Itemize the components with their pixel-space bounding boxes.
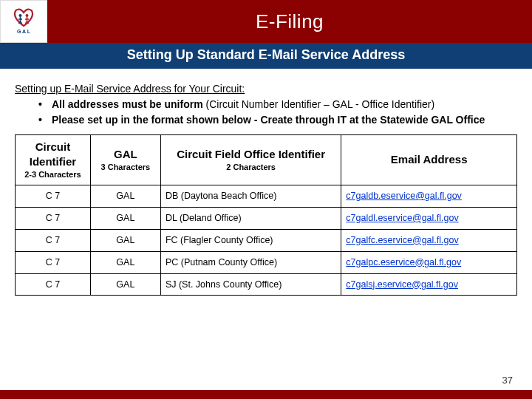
table-row: C 7 GAL PC (Putnam County Office) c7galp… [16,251,517,273]
svg-point-0 [19,14,22,17]
col-header-circuit: Circuit Identifier 2-3 Characters [16,134,91,185]
cell-gal: GAL [90,273,160,296]
email-link[interactable]: c7galsj.eservice@gal.fl.gov [346,279,458,290]
col-header-main: GAL [94,147,157,162]
heart-people-icon: G A L [7,5,40,38]
cell-circuit: C 7 [16,185,91,208]
header-band: G A L E-Filing [0,0,532,43]
content-area: Setting up E-Mail Service Address for Yo… [0,69,532,300]
table-row: C 7 GAL SJ (St. Johns County Office) c7g… [16,273,517,296]
svg-point-1 [26,14,29,17]
table-row: C 7 GAL DL (Deland Office) c7galdl.eserv… [16,207,517,229]
lead-text: Setting up E-Mail Service Address for Yo… [15,83,245,95]
col-header-main: Email Address [344,152,514,167]
cell-office: DL (Deland Office) [160,207,341,229]
col-header-office: Circuit Field Office Identifier 2 Charac… [160,134,341,185]
col-header-sub: 3 Characters [94,162,157,173]
svg-text:G A L: G A L [17,29,31,34]
page-title: E-Filing [47,0,532,43]
bullet-list: All addresses must be uniform (Circuit N… [38,98,517,127]
cell-email: c7galfc.eservice@gal.fl.gov [341,229,517,251]
cell-email: c7galsj.eservice@gal.fl.gov [341,273,517,296]
cell-email: c7galdl.eservice@gal.fl.gov [341,207,517,229]
cell-circuit: C 7 [16,229,91,251]
cell-office: SJ (St. Johns County Office) [160,273,341,296]
col-header-main: Circuit Field Office Identifier [164,147,338,162]
email-link[interactable]: c7galdl.eservice@gal.fl.gov [346,213,458,223]
gal-logo: G A L [0,0,47,43]
col-header-main: Circuit Identifier [18,140,87,170]
page-subtitle: Setting Up Standard E-Mail Service Addre… [0,43,532,69]
col-header-sub: 2 Characters [164,162,338,173]
email-format-table: Circuit Identifier 2-3 Characters GAL 3 … [15,134,517,296]
cell-email: c7galpc.eservice@gal.fl.gov [341,251,517,273]
email-link[interactable]: c7galfc.eservice@gal.fl.gov [346,235,458,245]
bullet-1-bold: All addresses must be uniform [52,98,206,110]
cell-email: c7galdb.eservice@gal.fl.gov [341,185,517,208]
table-row: C 7 GAL FC (Flagler County Office) c7gal… [16,229,517,251]
cell-circuit: C 7 [16,207,91,229]
bottom-accent-bar [0,390,532,399]
email-link[interactable]: c7galdb.eservice@gal.fl.gov [346,191,462,201]
page-number: 37 [502,375,513,386]
email-link[interactable]: c7galpc.eservice@gal.fl.gov [346,257,461,267]
cell-circuit: C 7 [16,251,91,273]
cell-circuit: C 7 [16,273,91,296]
col-header-email: Email Address [341,134,517,185]
cell-gal: GAL [90,207,160,229]
cell-office: DB (Daytona Beach Office) [160,185,341,208]
cell-office: PC (Putnam County Office) [160,251,341,273]
cell-gal: GAL [90,229,160,251]
cell-gal: GAL [90,185,160,208]
col-header-gal: GAL 3 Characters [90,134,160,185]
bullet-2: Please set up in the format shown below … [38,113,517,127]
table-header-row: Circuit Identifier 2-3 Characters GAL 3 … [16,134,517,185]
cell-gal: GAL [90,251,160,273]
col-header-sub: 2-3 Characters [18,169,87,180]
bullet-1: All addresses must be uniform (Circuit N… [38,98,517,112]
cell-office: FC (Flagler County Office) [160,229,341,251]
lead-line: Setting up E-Mail Service Address for Yo… [15,82,517,96]
table-row: C 7 GAL DB (Daytona Beach Office) c7gald… [16,185,517,208]
bullet-1-rest: (Circuit Number Identifier – GAL - Offic… [206,98,435,110]
